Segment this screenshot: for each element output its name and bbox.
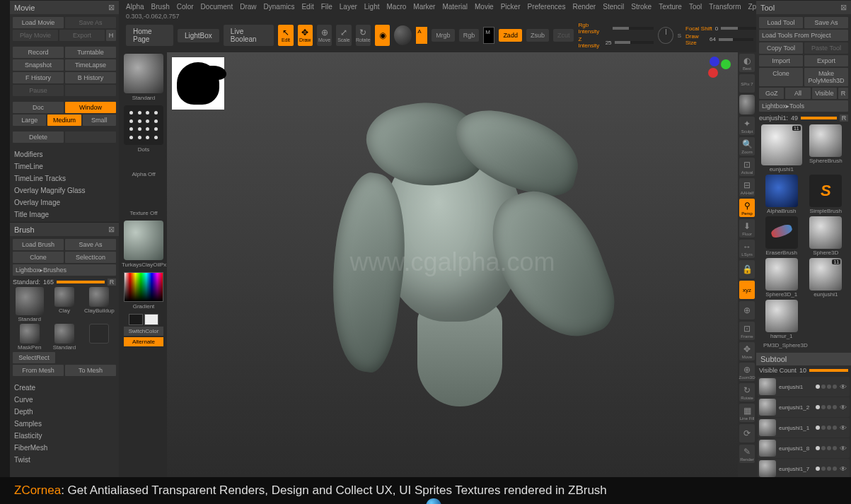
- stroke-preview-icon[interactable]: [124, 105, 163, 145]
- menu-item[interactable]: Alpha: [126, 3, 144, 13]
- tool-sphere3d-1[interactable]: Sphere3D_1: [760, 258, 803, 298]
- tool-eraserbrush[interactable]: EraserBrush: [760, 216, 803, 256]
- from-mesh-button[interactable]: From Mesh: [13, 365, 64, 376]
- zoom3d-icon[interactable]: ⊕Zoom3D: [739, 363, 755, 381]
- alternate-button[interactable]: Alternate: [124, 337, 163, 346]
- clone-button[interactable]: Clone: [759, 68, 803, 86]
- eye-icon[interactable]: 👁: [840, 383, 848, 391]
- rgb-intensity-slider[interactable]: Rgb Intensity: [578, 22, 654, 35]
- link-create[interactable]: Create: [14, 382, 115, 394]
- brush-standard[interactable]: Standard: [13, 287, 46, 322]
- floor-icon[interactable]: ⬇Floor: [739, 219, 755, 238]
- tab-liveboolean[interactable]: Live Boolean: [224, 25, 274, 46]
- z-intensity-slider[interactable]: Z Intensity 25: [578, 36, 654, 49]
- subtool-row[interactable]: eunjushi1_2👁: [758, 397, 850, 417]
- color-swatch-m[interactable]: M: [483, 27, 494, 44]
- color-picker[interactable]: [124, 272, 163, 302]
- timelapse-button[interactable]: TimeLapse: [65, 59, 116, 71]
- play-movie-button[interactable]: Play Movie: [13, 30, 58, 41]
- swatch-secondary[interactable]: [144, 314, 158, 325]
- mode-edit[interactable]: ↖Edit: [278, 25, 293, 46]
- menu-item[interactable]: Color: [177, 3, 194, 13]
- to-mesh-button[interactable]: To Mesh: [65, 365, 116, 376]
- link-curve[interactable]: Curve: [14, 394, 115, 406]
- tool-index-slider[interactable]: eunjushi1: 49R: [759, 113, 848, 123]
- menu-item[interactable]: Dynamics: [264, 3, 295, 13]
- export-button[interactable]: Export: [59, 30, 105, 41]
- close-icon[interactable]: ⊠: [108, 3, 115, 12]
- swatch-main[interactable]: [129, 314, 143, 325]
- mode-scale[interactable]: ⤢Scale: [336, 25, 351, 46]
- menu-item[interactable]: Movie: [475, 3, 494, 13]
- link-title-image[interactable]: Title Image: [14, 209, 115, 221]
- paste-tool-button[interactable]: Paste Tool: [804, 42, 848, 54]
- menu-item[interactable]: Material: [442, 3, 468, 13]
- tool-alphabrush[interactable]: AlphaBrush: [760, 175, 803, 214]
- eye-icon[interactable]: 👁: [840, 465, 848, 473]
- menu-item[interactable]: Document: [201, 3, 233, 13]
- redo-icon[interactable]: ⟳: [739, 424, 755, 443]
- selectrect-button[interactable]: SelectRect: [13, 352, 55, 363]
- link-samples[interactable]: Samples: [14, 418, 115, 430]
- dial-s-icon[interactable]: [658, 27, 673, 44]
- linefill-icon[interactable]: ▦Line Fill: [739, 404, 755, 422]
- spix-icon[interactable]: SPix 7: [739, 74, 755, 93]
- save-as-button[interactable]: Save As: [65, 239, 116, 250]
- blend-zadd[interactable]: Zadd: [499, 29, 522, 42]
- save-as-button[interactable]: Save As: [65, 17, 116, 28]
- persp-icon[interactable]: ⚲Persp: [739, 199, 755, 217]
- tool-spherebrush[interactable]: SphereBrush: [805, 124, 847, 172]
- copy-tool-button[interactable]: Copy Tool: [759, 42, 803, 54]
- all-button[interactable]: All: [785, 88, 810, 99]
- tool-pm3d[interactable]: PM3D_Sphere3D: [760, 341, 847, 348]
- menu-item[interactable]: Layer: [340, 3, 357, 13]
- close-icon[interactable]: ⊠: [108, 225, 115, 234]
- record-button[interactable]: Record: [13, 47, 64, 58]
- material-preview-icon[interactable]: [124, 221, 163, 260]
- lock-icon[interactable]: 🔒: [739, 260, 755, 279]
- bhistory-button[interactable]: B History: [65, 72, 116, 83]
- brush-index-slider[interactable]: Standard: 165R: [13, 277, 116, 287]
- make-polymesh-button[interactable]: Make PolyMesh3D: [804, 68, 848, 86]
- subtool-row[interactable]: eunjushi1_8👁: [758, 438, 850, 458]
- tool-eunjushi1[interactable]: 11eunjushi1: [760, 124, 803, 172]
- texture-off-label[interactable]: Texture Off: [122, 210, 166, 216]
- gizmo-button[interactable]: ◉: [375, 25, 390, 46]
- aahalf-icon[interactable]: ⊟AAHalf: [739, 178, 755, 197]
- menu-item[interactable]: Transform: [709, 3, 741, 13]
- tab-home[interactable]: Home Page: [126, 25, 173, 46]
- blend-mrgb[interactable]: Mrgb: [432, 29, 455, 42]
- h-button[interactable]: H: [106, 30, 116, 41]
- link-fibermesh[interactable]: FiberMesh: [14, 442, 115, 454]
- small-button[interactable]: Small: [83, 115, 116, 126]
- eye-icon[interactable]: 👁: [840, 424, 848, 432]
- tool-eunjushi1-b[interactable]: 11eunjushi1: [805, 258, 847, 298]
- render-icon[interactable]: ✎Render: [739, 445, 755, 463]
- fhistory-button[interactable]: F History: [13, 72, 64, 83]
- menu-item[interactable]: Stroke: [631, 3, 652, 13]
- save-as-button[interactable]: Save As: [804, 17, 848, 28]
- visible-count-slider[interactable]: Visible Count 10: [756, 365, 851, 375]
- eye-icon[interactable]: 👁: [840, 445, 848, 452]
- link-elasticity[interactable]: Elasticity: [14, 430, 115, 442]
- link-timeline[interactable]: TimeLine: [14, 160, 115, 172]
- clone-button[interactable]: Clone: [13, 252, 64, 263]
- brush-standard-2[interactable]: Standard: [47, 324, 81, 351]
- color-swatch-y[interactable]: A: [416, 27, 427, 44]
- menu-item[interactable]: Render: [572, 3, 596, 13]
- link-timeline-tracks[interactable]: TimeLine Tracks: [14, 172, 115, 184]
- lsym-icon[interactable]: ↔LSym: [739, 240, 755, 258]
- frame-icon[interactable]: ⊡Frame: [739, 322, 755, 340]
- lightbox-tools-button[interactable]: Lightbox▸Tools: [759, 100, 848, 112]
- menu-item[interactable]: Preferences: [527, 3, 565, 13]
- brush-clay[interactable]: Clay: [47, 287, 81, 322]
- head-preview-icon[interactable]: [739, 95, 755, 115]
- brush-preview-icon[interactable]: [124, 54, 163, 93]
- subtool-row[interactable]: eunjushi1👁: [758, 377, 850, 397]
- menu-item[interactable]: Brush: [151, 3, 170, 13]
- rotate-icon[interactable]: ↻Rotate: [739, 383, 755, 402]
- close-icon[interactable]: ⊠: [840, 3, 847, 12]
- import-button[interactable]: Import: [759, 55, 803, 66]
- menu-item[interactable]: Texture: [659, 3, 682, 13]
- material-sphere-icon[interactable]: [394, 25, 412, 45]
